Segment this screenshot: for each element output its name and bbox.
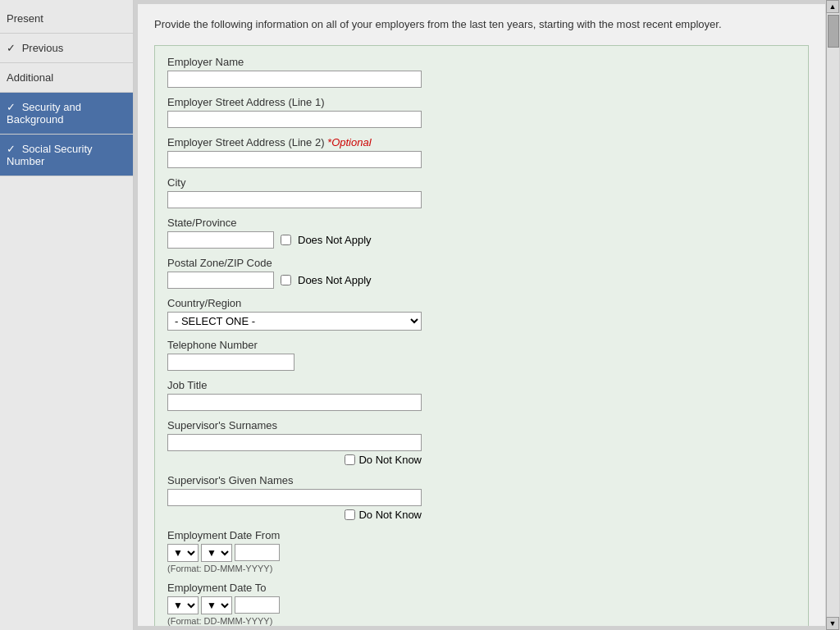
supervisor-surnames-input[interactable]	[167, 434, 422, 451]
main-content: Provide the following information on all…	[134, 0, 840, 630]
social-security-label: Social Security Number	[7, 143, 93, 167]
city-input[interactable]	[167, 191, 422, 208]
employment-date-from-year[interactable]	[235, 544, 280, 561]
job-title-label: Job Title	[167, 379, 796, 391]
supervisor-surnames-group: Supervisor's Surnames Do Not Know	[167, 419, 796, 466]
employment-date-to-format: (Format: DD-MMM-YYYY)	[167, 616, 796, 626]
security-background-label: Security and Background	[7, 101, 81, 126]
telephone-group: Telephone Number	[167, 339, 796, 371]
job-title-group: Job Title	[167, 379, 796, 411]
employer-street2-group: Employer Street Address (Line 2) *Option…	[167, 136, 796, 168]
country-label: Country/Region	[167, 297, 796, 309]
security-check: ✓	[7, 101, 16, 113]
employer-street1-label: Employer Street Address (Line 1)	[167, 96, 796, 108]
sidebar-item-previous[interactable]: ✓ Previous	[0, 34, 133, 63]
scrollbar-thumb[interactable]	[828, 15, 839, 48]
city-group: City	[167, 176, 796, 208]
employer-street1-group: Employer Street Address (Line 1)	[167, 96, 796, 128]
scrollbar[interactable]: ▲ ▼	[825, 0, 840, 630]
state-label: State/Province	[167, 217, 796, 229]
employer-name-group: Employer Name	[167, 56, 796, 88]
country-group: Country/Region - SELECT ONE -	[167, 297, 796, 331]
employer-name-input[interactable]	[167, 71, 422, 88]
intro-text: Provide the following information on all…	[154, 16, 809, 33]
present-label: Present	[7, 12, 43, 25]
employment-date-to-row: ▼ ▼	[167, 596, 796, 614]
surnames-do-not-know-checkbox[interactable]	[345, 454, 355, 466]
previous-label: Previous	[22, 42, 64, 54]
scrollbar-up-btn[interactable]: ▲	[826, 0, 839, 13]
supervisor-surnames-label: Supervisor's Surnames	[167, 419, 796, 431]
given-names-do-not-know-row: Do Not Know	[167, 509, 422, 521]
scrollbar-down-btn[interactable]: ▼	[826, 617, 839, 630]
employment-date-from-row: ▼ ▼	[167, 544, 796, 562]
previous-check: ✓	[7, 42, 16, 54]
employer-street2-label: Employer Street Address (Line 2) *Option…	[167, 136, 796, 148]
postal-does-not-apply-label: Does Not Apply	[298, 274, 372, 286]
sidebar-item-social-security[interactable]: ✓ Social Security Number	[0, 135, 133, 176]
sidebar-item-present[interactable]: Present	[0, 4, 133, 34]
employment-date-from-format: (Format: DD-MMM-YYYY)	[167, 564, 796, 573]
telephone-label: Telephone Number	[167, 339, 796, 351]
content-area: Provide the following information on all…	[138, 4, 825, 626]
sidebar-item-additional[interactable]: Additional	[0, 63, 133, 93]
given-names-do-not-know-label: Do Not Know	[358, 509, 422, 521]
given-names-do-not-know-checkbox[interactable]	[345, 509, 355, 521]
sidebar: Present ✓ Previous Additional ✓ Security…	[0, 0, 134, 630]
employment-date-from-day[interactable]: ▼	[167, 544, 199, 562]
employer-form: Employer Name Employer Street Address (L…	[154, 45, 809, 627]
postal-row: Does Not Apply	[167, 272, 796, 289]
state-group: State/Province Does Not Apply	[167, 217, 796, 249]
state-does-not-apply-label: Does Not Apply	[298, 234, 372, 246]
supervisor-given-names-group: Supervisor's Given Names Do Not Know	[167, 474, 796, 521]
employer-name-label: Employer Name	[167, 56, 796, 68]
city-label: City	[167, 176, 796, 189]
state-input[interactable]	[167, 231, 274, 249]
optional-tag: *Optional	[327, 136, 371, 148]
employment-date-from-month[interactable]: ▼	[201, 544, 232, 562]
employment-date-from-group: Employment Date From ▼ ▼ (Format: DD-MMM…	[167, 529, 796, 573]
country-select[interactable]: - SELECT ONE -	[167, 312, 422, 331]
surnames-do-not-know-row: Do Not Know	[167, 454, 422, 466]
state-row: Does Not Apply	[167, 231, 796, 249]
postal-input[interactable]	[167, 272, 274, 289]
employment-date-to-year[interactable]	[235, 596, 280, 614]
job-title-input[interactable]	[167, 394, 422, 411]
additional-label: Additional	[7, 71, 53, 84]
employment-date-to-label: Employment Date To	[167, 582, 796, 594]
telephone-input[interactable]	[167, 354, 294, 371]
supervisor-given-names-input[interactable]	[167, 489, 422, 506]
supervisor-given-names-label: Supervisor's Given Names	[167, 474, 796, 486]
sidebar-item-security-background[interactable]: ✓ Security and Background	[0, 93, 133, 135]
postal-group: Postal Zone/ZIP Code Does Not Apply	[167, 257, 796, 289]
employment-date-to-month[interactable]: ▼	[201, 596, 232, 614]
employment-date-from-label: Employment Date From	[167, 529, 796, 541]
employment-date-to-group: Employment Date To ▼ ▼ (Format: DD-MMM-Y…	[167, 582, 796, 626]
scrollbar-track[interactable]	[826, 13, 839, 617]
employer-street1-input[interactable]	[167, 111, 422, 128]
state-does-not-apply-checkbox[interactable]	[281, 235, 291, 245]
employment-date-to-day[interactable]: ▼	[167, 596, 199, 614]
postal-label: Postal Zone/ZIP Code	[167, 257, 796, 269]
social-check: ✓	[7, 143, 16, 155]
surnames-do-not-know-label: Do Not Know	[358, 454, 422, 466]
employer-street2-input[interactable]	[167, 151, 422, 168]
postal-does-not-apply-checkbox[interactable]	[281, 275, 291, 285]
